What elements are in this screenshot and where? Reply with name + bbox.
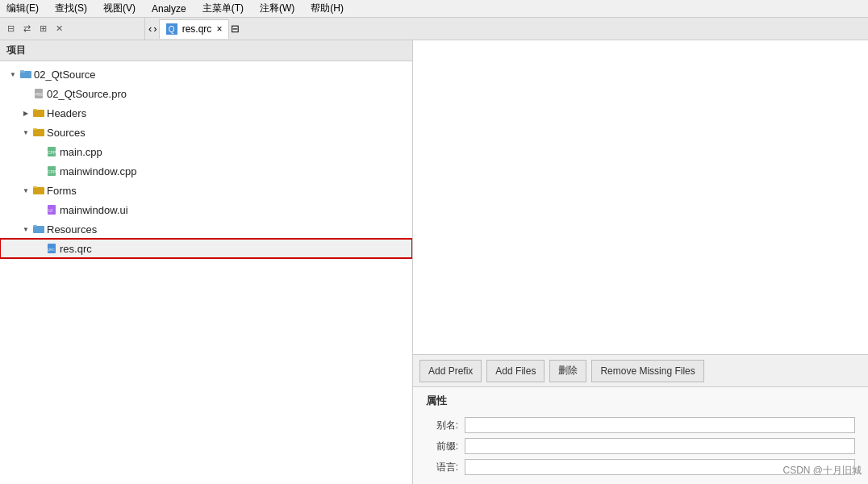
tree-item-root[interactable]: 02_QtSource — [0, 65, 412, 84]
properties-title: 属性 — [426, 394, 855, 408]
resource-panel: Add Prefix Add Files 删除 Remove Missing F… — [413, 40, 868, 484]
add-files-button[interactable]: Add Files — [486, 360, 545, 382]
tree-item-headers[interactable]: Headers — [0, 103, 412, 123]
tree-label-mainwindow-ui: mainwindow.ui — [60, 204, 128, 216]
arrow-root[interactable] — [6, 68, 19, 81]
cpp-file-icon-main: CPP — [45, 145, 58, 158]
svg-rect-13 — [33, 187, 44, 194]
svg-text:CPP: CPP — [48, 150, 56, 155]
menu-bar: 编辑(E) 查找(S) 视图(V) Analyze 主菜单(T) 注释(W) 帮… — [0, 0, 868, 18]
folder-headers-icon — [32, 106, 45, 119]
tree-label-main-cpp: main.cpp — [60, 146, 102, 158]
tab-bar: ⊟ ⇄ ⊞ ✕ ‹ › Q res.qrc × ⊟ — [0, 18, 868, 40]
main-layout: 项目 02_QtSource PRO 02_QtSource.pro — [0, 40, 868, 484]
prop-row-alias: 别名: — [426, 415, 855, 436]
tree-container: 02_QtSource PRO 02_QtSource.pro Headers — [0, 61, 412, 484]
svg-rect-2 — [20, 70, 24, 72]
tab-menu-icon[interactable]: ⊟ — [231, 23, 240, 35]
tab-close-icon[interactable]: × — [216, 23, 222, 35]
prop-label-alias: 别名: — [426, 419, 458, 432]
arrow-sources[interactable] — [19, 126, 32, 139]
cpp-file-icon-mainwindow: CPP — [45, 165, 58, 177]
tree-label-resources: Resources — [47, 223, 97, 236]
arrow-mainwindow-ui — [32, 203, 45, 216]
tree-label-sources: Sources — [47, 127, 86, 139]
arrow-pro — [19, 87, 32, 100]
panel-title: 项目 — [0, 40, 412, 61]
tree-label-res-qrc: res.qrc — [60, 243, 92, 255]
prop-row-prefix: 前缀: — [426, 436, 855, 457]
tree-label-root: 02_QtSource — [34, 69, 96, 81]
menu-edit[interactable]: 编辑(E) — [3, 2, 42, 15]
remove-missing-files-button[interactable]: Remove Missing Files — [591, 360, 703, 382]
folder-resources-icon — [32, 223, 45, 236]
menu-comment[interactable]: 注释(W) — [257, 2, 298, 15]
folder-forms-icon — [32, 184, 45, 197]
menu-find[interactable]: 查找(S) — [52, 2, 90, 15]
prop-input-prefix[interactable] — [465, 438, 855, 454]
menu-help[interactable]: 帮助(H) — [307, 2, 347, 15]
tree-label-pro: 02_QtSource.pro — [47, 88, 127, 100]
qrc-file-icon: Q — [166, 23, 177, 35]
tab-label: res.qrc — [182, 23, 212, 35]
tree-label-headers: Headers — [47, 107, 86, 119]
project-panel: 项目 02_QtSource PRO 02_QtSource.pro — [0, 40, 413, 484]
tree-label-forms: Forms — [47, 185, 77, 197]
tree-label-mainwindow-cpp: mainwindow.cpp — [60, 165, 136, 177]
svg-text:QRC: QRC — [48, 248, 55, 252]
tree-item-resources[interactable]: Resources — [0, 219, 412, 239]
pro-file-icon: PRO — [32, 87, 45, 100]
tab-bar-left: ⊟ ⇄ ⊞ ✕ — [0, 18, 145, 40]
menu-analyze[interactable]: Analyze — [148, 3, 190, 15]
menu-view[interactable]: 视图(V) — [100, 2, 139, 15]
tree-item-forms[interactable]: Forms — [0, 181, 412, 200]
svg-text:PRO: PRO — [35, 92, 44, 97]
svg-rect-18 — [33, 225, 37, 227]
svg-rect-14 — [33, 186, 37, 188]
tree-item-main-cpp[interactable]: CPP main.cpp — [0, 142, 412, 161]
folder-sources-icon — [32, 126, 45, 139]
tree-item-sources[interactable]: Sources — [0, 123, 412, 142]
svg-rect-8 — [33, 128, 37, 130]
svg-text:CPP: CPP — [48, 169, 56, 174]
close-panel-icon[interactable]: ✕ — [52, 22, 66, 36]
watermark: CSDN @十月旧城 — [782, 464, 862, 478]
split-icon[interactable]: ⊞ — [35, 22, 50, 36]
qrc-tree-file-icon: QRC — [45, 242, 58, 255]
tab-res-qrc[interactable]: Q res.qrc × — [159, 19, 230, 39]
tree-item-res-qrc[interactable]: QRC res.qrc — [0, 239, 412, 258]
svg-rect-17 — [33, 226, 44, 233]
tab-bar-right: ‹ › Q res.qrc × ⊟ — [145, 18, 868, 40]
add-prefix-button[interactable]: Add Prefix — [419, 360, 482, 382]
svg-rect-6 — [33, 109, 37, 111]
delete-button[interactable]: 删除 — [549, 360, 586, 382]
prop-label-language: 语言: — [426, 461, 458, 474]
menu-main[interactable]: 主菜单(T) — [199, 2, 247, 15]
arrow-headers[interactable] — [19, 106, 32, 119]
svg-rect-5 — [33, 110, 44, 117]
tree-item-mainwindow-ui[interactable]: UI mainwindow.ui — [0, 200, 412, 219]
nav-forward-icon[interactable]: › — [153, 23, 156, 35]
resource-toolbar: Add Prefix Add Files 删除 Remove Missing F… — [413, 355, 868, 387]
filter-icon[interactable]: ⊟ — [3, 22, 18, 36]
arrow-res-qrc — [32, 242, 45, 255]
link-icon[interactable]: ⇄ — [19, 22, 34, 36]
folder-blue-icon — [19, 68, 32, 81]
tree-item-mainwindow-cpp[interactable]: CPP mainwindow.cpp — [0, 161, 412, 181]
resource-content-area — [413, 40, 868, 355]
prop-input-alias[interactable] — [465, 417, 855, 433]
nav-back-icon[interactable]: ‹ — [148, 23, 152, 35]
arrow-forms[interactable] — [19, 184, 32, 197]
svg-text:UI: UI — [48, 208, 52, 213]
arrow-main-cpp — [32, 145, 45, 158]
tree-item-pro[interactable]: PRO 02_QtSource.pro — [0, 84, 412, 103]
ui-file-icon: UI — [45, 203, 58, 216]
arrow-mainwindow-cpp — [32, 165, 45, 177]
arrow-resources[interactable] — [19, 223, 32, 236]
prop-label-prefix: 前缀: — [426, 440, 458, 453]
svg-rect-7 — [33, 129, 44, 136]
